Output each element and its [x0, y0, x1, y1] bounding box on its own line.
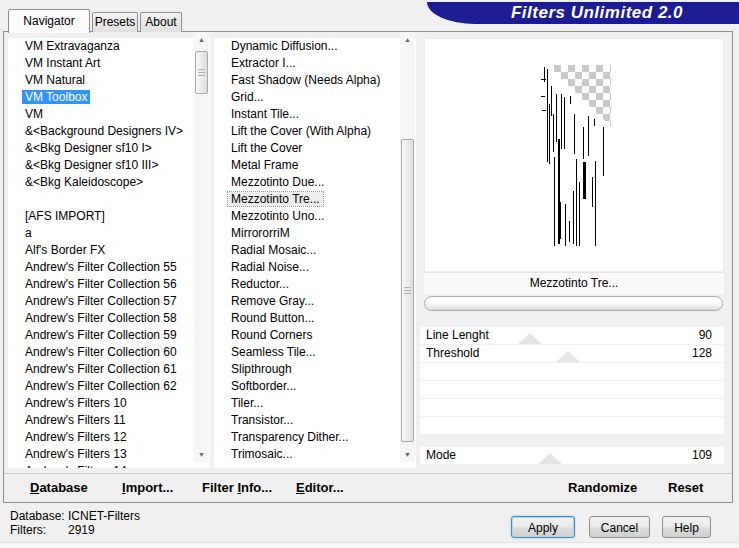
- filter-preview-panel: [424, 38, 724, 272]
- category-item-label: Alf's Border FX: [22, 243, 108, 257]
- category-item[interactable]: &<Bkg Kaleidoscope>: [8, 174, 210, 191]
- category-item[interactable]: Andrew's Filters 10: [8, 395, 210, 412]
- filter-item[interactable]: Mezzotinto Tre...: [214, 191, 416, 208]
- category-item[interactable]: Andrew's Filter Collection 58: [8, 310, 210, 327]
- filter-item[interactable]: Grid...: [214, 89, 416, 106]
- category-item-label: VM: [22, 107, 46, 121]
- category-item[interactable]: &<Background Designers IV>: [8, 123, 210, 140]
- reset-button[interactable]: Reset: [668, 480, 703, 495]
- category-item[interactable]: Andrew's Filter Collection 60: [8, 344, 210, 361]
- filter-item[interactable]: Remove Gray...: [214, 293, 416, 310]
- category-item-label: [AFS IMPORT]: [22, 209, 108, 223]
- scroll-down-arrow-icon[interactable]: ▼: [400, 447, 415, 462]
- preview-line: [603, 127, 604, 176]
- filter-info-button[interactable]: Filter Info...: [202, 480, 272, 495]
- category-item[interactable]: Andrew's Filter Collection 56: [8, 276, 210, 293]
- category-item-label: Andrew's Filter Collection 57: [22, 294, 180, 308]
- scroll-up-arrow-icon[interactable]: ▲: [194, 32, 209, 47]
- filter-item[interactable]: Mezzotinto Uno...: [214, 208, 416, 225]
- randomize-button[interactable]: Randomize: [568, 480, 637, 495]
- filter-item[interactable]: Tiler...: [214, 395, 416, 412]
- filter-listbox[interactable]: Dynamic Diffusion...Extractor I...Fast S…: [214, 38, 416, 468]
- preview-line: [583, 127, 584, 159]
- slider-row-empty[interactable]: [420, 363, 724, 380]
- preview-line: [592, 177, 593, 207]
- import-button[interactable]: Import...: [122, 480, 173, 495]
- slider-row-empty[interactable]: [420, 399, 724, 416]
- filter-item[interactable]: Reductor...: [214, 276, 416, 293]
- slider-row-mode[interactable]: Mode109: [420, 447, 724, 464]
- category-item[interactable]: Andrew's Filters 11: [8, 412, 210, 429]
- slider-row-empty[interactable]: [420, 381, 724, 398]
- filter-list-scrollbar[interactable]: ▲▼: [400, 32, 415, 462]
- progress-bar: [424, 296, 723, 311]
- filter-item[interactable]: Mezzotinto Due...: [214, 174, 416, 191]
- filter-item[interactable]: Lift the Cover: [214, 140, 416, 157]
- category-item[interactable]: Andrew's Filters 12: [8, 429, 210, 446]
- slider-row-line-lenght[interactable]: Line Lenght90: [420, 327, 724, 344]
- scrollbar-thumb[interactable]: [195, 51, 208, 94]
- tab-navigator[interactable]: Navigator: [8, 9, 90, 33]
- category-item[interactable]: [AFS IMPORT]: [8, 208, 210, 225]
- filter-item[interactable]: Transparency Dither...: [214, 429, 416, 446]
- category-item[interactable]: Andrew's Filter Collection 62: [8, 378, 210, 395]
- preview-line: [565, 204, 566, 246]
- filter-item[interactable]: Seamless Tile...: [214, 344, 416, 361]
- category-item[interactable]: VM: [8, 106, 210, 123]
- slider-value: 90: [699, 327, 712, 344]
- category-listbox[interactable]: VM ExtravaganzaVM Instant ArtVM NaturalV…: [8, 38, 210, 468]
- filter-item-label: Transparency Dither...: [228, 430, 352, 444]
- category-item[interactable]: Andrew's Filter Collection 57: [8, 293, 210, 310]
- filter-item[interactable]: Extractor I...: [214, 55, 416, 72]
- category-item[interactable]: a: [8, 225, 210, 242]
- filter-item[interactable]: Fast Shadow (Needs Alpha): [214, 72, 416, 89]
- category-item-label: Andrew's Filter Collection 58: [22, 311, 180, 325]
- category-item[interactable]: [8, 191, 210, 208]
- filter-item[interactable]: Metal Frame: [214, 157, 416, 174]
- category-item[interactable]: &<Bkg Designer sf10 III>: [8, 157, 210, 174]
- slider-row-threshold[interactable]: Threshold128: [420, 345, 724, 362]
- category-item[interactable]: VM Natural: [8, 72, 210, 89]
- scrollbar-thumb[interactable]: [401, 139, 414, 442]
- category-item[interactable]: Andrew's Filter Collection 59: [8, 327, 210, 344]
- category-item[interactable]: Andrew's Filter Collection 61: [8, 361, 210, 378]
- filter-item[interactable]: Lift the Cover (With Alpha): [214, 123, 416, 140]
- category-item[interactable]: VM Toolbox: [8, 89, 210, 106]
- category-item-label: &<Bkg Kaleidoscope>: [22, 175, 146, 189]
- scroll-up-arrow-icon[interactable]: ▲: [400, 32, 415, 47]
- filter-item[interactable]: Trimosaic...: [214, 446, 416, 463]
- category-item[interactable]: Alf's Border FX: [8, 242, 210, 259]
- slider-value: 128: [692, 345, 712, 362]
- scroll-down-arrow-icon[interactable]: ▼: [194, 447, 209, 462]
- filter-item[interactable]: Instant Tile...: [214, 106, 416, 123]
- filter-item[interactable]: Round Corners: [214, 327, 416, 344]
- editor-button[interactable]: Editor...: [296, 480, 344, 495]
- filter-item[interactable]: Transistor...: [214, 412, 416, 429]
- cancel-button[interactable]: Cancel: [589, 516, 650, 538]
- help-button[interactable]: Help: [662, 516, 711, 538]
- slider-thumb[interactable]: [518, 333, 542, 344]
- database-button[interactable]: Database: [30, 480, 88, 495]
- slider-row-empty[interactable]: [420, 417, 724, 434]
- filter-item[interactable]: Round Button...: [214, 310, 416, 327]
- category-item[interactable]: Andrew's Filters 14: [8, 463, 210, 468]
- slider-thumb[interactable]: [538, 453, 562, 464]
- category-item[interactable]: &<Bkg Designer sf10 I>: [8, 140, 210, 157]
- category-item[interactable]: VM Instant Art: [8, 55, 210, 72]
- category-item[interactable]: Andrew's Filter Collection 55: [8, 259, 210, 276]
- category-item[interactable]: VM Extravaganza: [8, 38, 210, 55]
- tab-about[interactable]: About: [140, 12, 182, 32]
- filter-item[interactable]: Radial Noise...: [214, 259, 416, 276]
- filter-item[interactable]: MirrororriM: [214, 225, 416, 242]
- filter-item[interactable]: Radial Mosaic...: [214, 242, 416, 259]
- filter-item[interactable]: Slipthrough: [214, 361, 416, 378]
- filter-item[interactable]: Softborder...: [214, 378, 416, 395]
- category-list-scrollbar[interactable]: ▲▼: [194, 32, 209, 462]
- slider-thumb[interactable]: [556, 351, 580, 362]
- apply-button[interactable]: Apply: [511, 516, 575, 538]
- tab-presets[interactable]: Presets: [92, 12, 138, 32]
- filter-item[interactable]: Dynamic Diffusion...: [214, 38, 416, 55]
- category-item[interactable]: Andrew's Filters 13: [8, 446, 210, 463]
- preview-line: [551, 86, 552, 116]
- status-label: Database:: [10, 509, 68, 523]
